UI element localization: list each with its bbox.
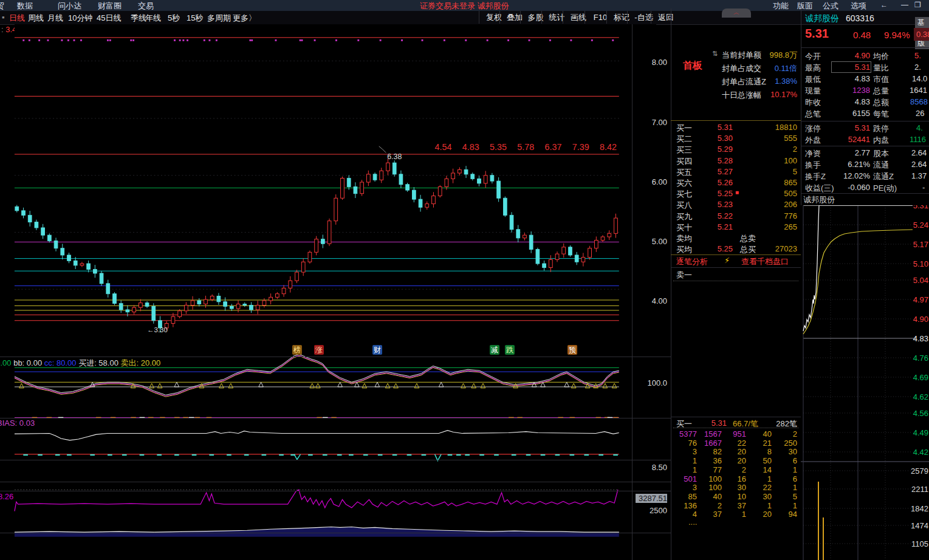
bid-row-5[interactable]: 买五5.275 — [671, 167, 801, 178]
y-axis-label-5.00: 5.00 — [634, 237, 667, 246]
login-status[interactable]: 证券交易未登录 诚邦股份 — [420, 1, 509, 12]
tick-analysis-link[interactable]: 逐笔分析 — [676, 256, 708, 267]
candle-body — [432, 196, 436, 203]
bid-row-10[interactable]: 买十5.21265 — [671, 222, 801, 233]
candle-body — [191, 301, 194, 305]
bid-volume: 2 — [749, 145, 797, 154]
quote-label: 换手 — [805, 160, 821, 171]
candle-body — [341, 178, 345, 198]
bid-row-4[interactable]: 买四5.28100 — [671, 156, 801, 167]
period-tab-年线[interactable]: 年线 — [145, 13, 161, 24]
info-label-3: 十日总涨幅 — [722, 90, 761, 101]
candle-body — [87, 264, 91, 269]
bid-label: 买一 — [676, 123, 692, 134]
menu-item-partial[interactable]: 贸 — [0, 1, 4, 12]
candle-body — [516, 230, 520, 238]
level-depth-link[interactable]: 查看千档盘口 — [741, 256, 789, 267]
intraday-minichart[interactable]: 5.315.245.175.105.044.974.904.834.764.69… — [801, 205, 929, 560]
trade-cell: 1667 — [698, 439, 722, 448]
candle-body — [178, 311, 182, 316]
candle-body — [373, 174, 377, 180]
bid-volume: 5 — [749, 167, 797, 176]
quote-value: 8568 — [910, 97, 928, 106]
candle-body — [347, 178, 351, 186]
trade-cell: 14 — [747, 465, 772, 474]
quote-value: 6.21% — [832, 160, 870, 169]
oscillator-param-label: 00.00 bb: 0.00 cc: 80.00 买进: 58.00 卖出: 2… — [0, 358, 160, 369]
signal-dot — [109, 39, 111, 41]
quote-row-a4: 昨收4.83总额8568 — [801, 97, 929, 108]
bid-row-7[interactable]: 买七5.25■505 — [671, 189, 801, 200]
bid-label: 买八 — [676, 200, 692, 211]
quote-label: 总量 — [873, 86, 889, 97]
menu-item-1[interactable]: 问小达 — [58, 1, 81, 12]
bid-row-6[interactable]: 买六5.26865 — [671, 178, 801, 189]
signal-dot — [182, 39, 184, 41]
osc-param-1: bb: 0.00 — [12, 358, 43, 367]
menu-item-3[interactable]: 交易 — [138, 1, 154, 12]
period-tab-45日线[interactable]: 45日线 — [97, 13, 121, 24]
menu-item-0[interactable]: 数据 — [17, 1, 33, 12]
trade-cell: 1 — [722, 510, 746, 519]
period-tab-10分钟[interactable]: 10分钟 — [68, 13, 92, 24]
period-tab-周线[interactable]: 周线 — [28, 13, 44, 24]
ind4-value-label: 8.26 — [0, 492, 13, 501]
quote-row-c2: 换手Z12.02%流通Z1.37 — [801, 171, 929, 182]
period-tab-更多〉[interactable]: 更多〉 — [233, 13, 256, 24]
trade-cell: 5377 — [673, 429, 697, 439]
trade-cell: 2 — [722, 465, 746, 474]
trade-cell: 136 — [673, 501, 697, 510]
quote-label: 外盘 — [805, 135, 821, 146]
candle-body — [614, 218, 618, 233]
period-tab-5秒[interactable]: 5秒 — [168, 13, 180, 24]
candle-body — [28, 215, 32, 222]
period-tab-多周期[interactable]: 多周期 — [207, 13, 231, 24]
period-tab-季线[interactable]: 季线 — [131, 13, 146, 24]
quote-row-b0: 涨停5.31跌停4. — [801, 123, 929, 134]
more-ellipsis[interactable]: .... — [688, 517, 697, 527]
candle-body — [22, 211, 26, 215]
trade-cell: 250 — [773, 439, 797, 448]
signal-dot — [444, 39, 445, 41]
menu-item-2[interactable]: 财富圈 — [98, 1, 122, 12]
signal-dot — [67, 39, 69, 41]
event-marker-涨[interactable]: 涨 — [314, 345, 324, 355]
trade-cell: 50 — [747, 456, 772, 465]
event-marker-榜[interactable]: 榜 — [292, 345, 302, 355]
quote-value: 4.83 — [832, 74, 870, 83]
period-tab-15秒[interactable]: 15秒 — [187, 13, 203, 24]
trade-cell: 8 — [747, 447, 772, 456]
candle-body — [510, 215, 513, 229]
quote-value: 5. — [914, 51, 921, 60]
bid-row-2[interactable]: 买二5.30555 — [671, 134, 801, 145]
quote-label: 换手Z — [805, 171, 826, 182]
event-marker-减[interactable]: 减 — [490, 345, 499, 355]
event-marker-跌[interactable]: 跌 — [505, 345, 515, 355]
sell-avg-label: 卖均 — [676, 233, 692, 244]
period-list-icon[interactable]: ▪ — [2, 13, 5, 22]
candle-body — [380, 171, 383, 180]
bid-row-1[interactable]: 买一5.3118810 — [671, 123, 801, 134]
updown-dash-cyan — [378, 454, 383, 456]
signal-dot — [249, 39, 251, 41]
bid-volume: 865 — [749, 178, 797, 187]
candle-body — [204, 299, 208, 304]
bid-row-8[interactable]: 买八5.23206 — [671, 200, 801, 211]
bid-row-3[interactable]: 买三5.292 — [671, 145, 801, 155]
y-axis-label-6.00: 6.00 — [634, 177, 667, 186]
period-tab-日线[interactable]: 日线 — [9, 13, 25, 24]
candle-body — [230, 306, 233, 309]
main-kline-chart[interactable]: 4.54 4.83 5.35 5.78 6.37 7.39 8.426.38←3… — [0, 24, 671, 560]
quote-value: -0.060 — [832, 183, 870, 192]
event-marker-预[interactable]: 预 — [567, 345, 577, 355]
period-tab-月线[interactable]: 月线 — [47, 13, 63, 24]
event-marker-财[interactable]: 财 — [372, 345, 382, 355]
sort-icon[interactable]: ⇅ — [712, 50, 718, 58]
bid-row-9[interactable]: 买九5.22776 — [671, 211, 801, 222]
ind3-axis-label: 8.50 — [634, 463, 667, 472]
updown-dash-cyan — [90, 454, 95, 456]
bid-volume: 265 — [749, 222, 797, 231]
quote-label: 现量 — [805, 86, 821, 97]
bid-label: 买六 — [676, 178, 692, 189]
candle-body — [289, 281, 292, 288]
